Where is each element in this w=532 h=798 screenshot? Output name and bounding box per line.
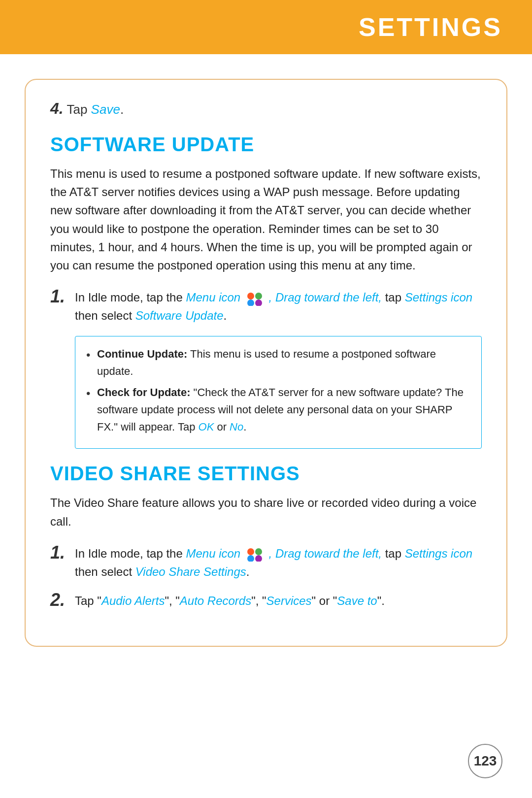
step-4-text: Tap [66, 102, 91, 117]
step-4-period: . [120, 102, 124, 117]
bullet1: • [86, 346, 94, 365]
page-number-container: 123 [468, 744, 502, 778]
step1-settings-icon: Settings icon [405, 291, 472, 304]
step1-link: Software Update [135, 309, 224, 322]
vs-step1-text: In Idle mode, tap the Menu icon , Drag t… [75, 544, 482, 581]
vs-step1-text-after: tap [382, 547, 405, 560]
save-to-link: Save to [337, 594, 377, 607]
row2-period: . [243, 421, 246, 433]
main-content: 4. Tap Save. SOFTWARE UPDATE This menu i… [0, 54, 532, 666]
svg-point-2 [247, 299, 254, 306]
vs-step1-text-then: then select [75, 565, 135, 578]
save-link: Save [91, 102, 120, 117]
vs-menu-icon [246, 547, 264, 562]
vs-step1-period: . [246, 565, 250, 578]
software-update-body: This menu is used to resume a postponed … [50, 165, 482, 274]
quote2: ", " [251, 594, 266, 607]
step1-text-before: In Idle mode, tap the [75, 291, 186, 304]
step1-number: 1. [50, 286, 75, 307]
video-share-step1: 1. In Idle mode, tap the Menu icon , Dra… [50, 544, 482, 581]
step-4-number: 4. [50, 100, 64, 117]
audio-alerts-link: Audio Alerts [101, 594, 165, 607]
step1-drag-text: , Drag toward the left, [269, 291, 382, 304]
auto-records-link: Auto Records [180, 594, 251, 607]
quote1: ", " [165, 594, 179, 607]
continue-update-label: Continue Update: [97, 348, 187, 360]
header-bar: SETTINGS [0, 0, 532, 54]
svg-point-6 [247, 555, 254, 562]
content-card: 4. Tap Save. SOFTWARE UPDATE This menu i… [25, 79, 507, 647]
info-row1-content: Continue Update: This menu is used to re… [97, 345, 470, 380]
info-box-row1: • Continue Update: This menu is used to … [86, 345, 470, 380]
step1-text: In Idle mode, tap the Menu icon , Drag t… [75, 288, 482, 325]
services-link: Services [266, 594, 312, 607]
menu-icon [246, 291, 264, 306]
ok-link: OK [199, 421, 214, 433]
software-update-step1: 1. In Idle mode, tap the Menu icon , Dra… [50, 288, 482, 325]
vs-step1-menu-icon-label: Menu icon [186, 547, 240, 560]
info-box-row2: • Check for Update: "Check the AT&T serv… [86, 384, 470, 436]
vs-step2-text-before: Tap " [75, 594, 101, 607]
svg-point-1 [255, 293, 262, 299]
svg-point-7 [255, 555, 262, 562]
step1-period: . [224, 309, 227, 322]
step-4-intro: 4. Tap Save. [50, 100, 482, 118]
svg-point-3 [255, 299, 262, 306]
video-share-body: The Video Share feature allows you to sh… [50, 494, 482, 530]
vs-step1-text-before: In Idle mode, tap the [75, 547, 186, 560]
page-number: 123 [468, 744, 502, 778]
video-share-heading: VIDEO SHARE SETTINGS [50, 463, 482, 485]
vs-step1-settings-icon: Settings icon [405, 547, 472, 560]
svg-point-5 [255, 548, 262, 555]
software-update-heading: SOFTWARE UPDATE [50, 133, 482, 156]
step1-text-after: tap [382, 291, 405, 304]
svg-point-0 [247, 293, 254, 299]
step1-text-then: then select [75, 309, 135, 322]
vs-step2-number: 2. [50, 590, 75, 610]
step2-end: ". [377, 594, 385, 607]
step1-menu-icon-label: Menu icon [186, 291, 240, 304]
bullet2: • [86, 384, 94, 403]
no-link: No [230, 421, 243, 433]
vs-step1-drag-text: , Drag toward the left, [269, 547, 382, 560]
check-update-label: Check for Update: [97, 386, 190, 399]
vs-step1-link: Video Share Settings [135, 565, 246, 578]
svg-point-4 [247, 548, 254, 555]
quote3: " or " [312, 594, 337, 607]
vs-step1-number: 1. [50, 542, 75, 563]
info-row2-content: Check for Update: "Check the AT&T server… [97, 384, 470, 436]
page-title: SETTINGS [359, 12, 502, 42]
or-text: or [214, 421, 230, 433]
vs-step2-text: Tap "Audio Alerts", "Auto Records", "Ser… [75, 592, 385, 610]
info-box: • Continue Update: This menu is used to … [75, 336, 482, 449]
video-share-step2: 2. Tap "Audio Alerts", "Auto Records", "… [50, 592, 482, 610]
